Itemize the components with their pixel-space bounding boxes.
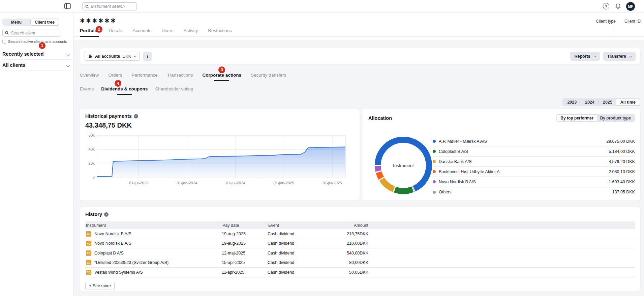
legend-label: Novo Nordisk B A/S (439, 180, 476, 184)
table-row: EQ *Delisted 20250523 (Svitzer Group A/S… (85, 258, 635, 268)
pay-date: 19-aug-2025 (222, 232, 268, 236)
sidebar-toggle-icon[interactable] (64, 3, 71, 9)
tab-dividends-coupons[interactable]: Dividends & coupons 4 (101, 86, 148, 94)
legend-item: BankInvest Højt Udbytte Aktier A 2.080,1… (433, 167, 635, 177)
search-icon (5, 31, 9, 35)
inactive-clients-checkbox[interactable] (2, 40, 6, 44)
column-instrument: Instrument (85, 223, 222, 228)
tab-performance[interactable]: Performance (132, 73, 158, 80)
historical-payments-chart[interactable]: 020k40k60k01-jul-202301-jan-202401-jul-2… (85, 131, 354, 189)
tab-dividends-coupons-label: Dividends & coupons (101, 86, 148, 91)
svg-text:01-jul-2023: 01-jul-2023 (129, 181, 149, 185)
notifications-bell-icon[interactable] (615, 3, 621, 9)
tab-users[interactable]: Users (161, 28, 173, 36)
client-search[interactable] (2, 29, 60, 37)
annotation-badge-3: 3 (218, 66, 225, 73)
tab-overview[interactable]: Overview (80, 73, 99, 80)
allocation-donut-chart[interactable]: Instrument (371, 133, 435, 197)
history-title: History (85, 212, 102, 217)
tab-activity[interactable]: Activity (184, 28, 198, 36)
account-selector-label: All accounts (95, 54, 120, 59)
historical-payments-total: 43.348,75 DKK (85, 122, 354, 129)
chevron-down-icon (593, 54, 596, 57)
history-card: History i Instrument Pay date Event Amou… (80, 207, 640, 291)
reports-button[interactable]: Reports (570, 52, 600, 61)
recently-selected-label: Recently selected (2, 51, 44, 57)
tab-restrictions[interactable]: Restrictions (208, 28, 232, 36)
divider (613, 26, 613, 32)
portfolio-tabs: Overview Orders Performance Transactions… (80, 73, 640, 80)
avatar[interactable]: MF (626, 2, 635, 11)
toggle-by-product-type[interactable]: By product type (597, 115, 634, 121)
event-type: Cash dividend (268, 260, 335, 265)
sidebar-section-all-clients[interactable]: All clients (2, 60, 71, 71)
pay-date: 11-apr-2025 (222, 270, 268, 275)
help-icon[interactable]: ? (603, 3, 609, 9)
account-selector[interactable]: All accounts DKK (85, 52, 140, 61)
tab-corporate-actions[interactable]: Corporate actions 3 (203, 73, 242, 80)
equity-badge: EQ (86, 260, 91, 265)
amount: 213,75DKK (335, 232, 368, 236)
account-toolbar: All accounts DKK i Reports Transfers (80, 48, 640, 64)
toggle-by-top-performer[interactable]: By top performer (557, 115, 596, 121)
svg-text:60k: 60k (88, 133, 95, 137)
legend-label: A.P. Møller - Mærsk A A/S (439, 139, 487, 144)
reports-button-label: Reports (574, 54, 590, 59)
client-id-label: Client ID (624, 19, 641, 24)
inactive-clients-checkbox-label: Search inactive clients and accounts (8, 39, 67, 44)
equity-badge: EQ (86, 241, 91, 246)
year-filter-2023[interactable]: 2023 (563, 99, 581, 105)
transfers-button[interactable]: Transfers (603, 52, 636, 61)
transfers-button-label: Transfers (607, 54, 626, 59)
svg-text:01-jul-2024: 01-jul-2024 (226, 181, 245, 185)
equity-badge: EQ (86, 270, 91, 275)
client-header: ✱✱✱✱✱✱ Client type Client ID 2 Portfolio… (73, 13, 644, 40)
column-amount: Amount (335, 223, 368, 228)
menu-tab[interactable]: Menu (2, 19, 30, 26)
inactive-clients-checkbox-row: Search inactive clients and accounts (2, 39, 73, 44)
instrument-name: Novo Nordisk B A/S (94, 232, 131, 236)
instrument-name: Coloplast B A/S (94, 251, 124, 255)
column-event: Event (268, 223, 335, 228)
client-title: ✱✱✱✱✱✱ (80, 17, 117, 24)
year-filter-all-time[interactable]: All time (616, 99, 640, 105)
corporate-actions-tabs: Events Dividends & coupons 4 Shareholder… (80, 86, 640, 94)
account-info-button[interactable]: i (143, 52, 152, 61)
sidebar-section-recently-selected[interactable]: Recently selected (2, 49, 71, 60)
see-more-button[interactable]: + See more (85, 282, 115, 290)
chevron-down-icon (66, 52, 70, 56)
tab-security-transfers[interactable]: Security transfers (251, 73, 286, 80)
pay-date: 19-aug-2025 (222, 241, 268, 246)
year-filter-2025[interactable]: 2025 (599, 99, 616, 105)
client-tree-tab[interactable]: Client tree (30, 19, 59, 26)
amount: 540,00DKK (335, 251, 368, 255)
instrument-search[interactable] (82, 2, 137, 10)
legend-item: Danske Bank A/S 4.579,20 DKK (433, 157, 635, 167)
tab-events[interactable]: Events (80, 86, 94, 94)
tab-shareholder-voting[interactable]: Shareholder voting (155, 86, 193, 94)
instrument-search-input[interactable] (91, 4, 134, 9)
tab-corporate-actions-label: Corporate actions (203, 73, 242, 78)
instrument-name: *Delisted 20250523 (Svitzer Group A/S) (94, 260, 168, 265)
legend-dot (433, 160, 436, 163)
topbar: ? MF (0, 0, 644, 13)
info-icon[interactable]: i (104, 212, 109, 217)
client-meta: Client type Client ID (596, 17, 642, 24)
info-icon[interactable]: i (134, 114, 138, 118)
tab-details[interactable]: Details (109, 28, 123, 36)
svg-text:20k: 20k (88, 161, 95, 165)
legend-value: 29.675,00 DKK (606, 139, 635, 144)
legend-value: 1.693,40 DKK (609, 180, 635, 184)
tab-orders[interactable]: Orders (108, 73, 122, 80)
tab-accounts[interactable]: Accounts (133, 28, 152, 36)
year-filter-2024[interactable]: 2024 (581, 99, 599, 105)
client-search-input[interactable] (11, 31, 57, 35)
legend-value: 137,05 DKK (612, 190, 635, 194)
tab-transactions[interactable]: Transactions (167, 73, 193, 80)
main-content: ✱✱✱✱✱✱ Client type Client ID 2 Portfolio… (73, 13, 644, 296)
allocation-legend: A.P. Møller - Mærsk A A/S 29.675,00 DKK … (433, 136, 635, 197)
year-filter: 2023 2024 2025 All time (562, 98, 640, 106)
equity-badge: EQ (86, 250, 91, 256)
pay-date: 15-apr-2025 (222, 260, 268, 265)
accounts-icon (88, 54, 93, 58)
